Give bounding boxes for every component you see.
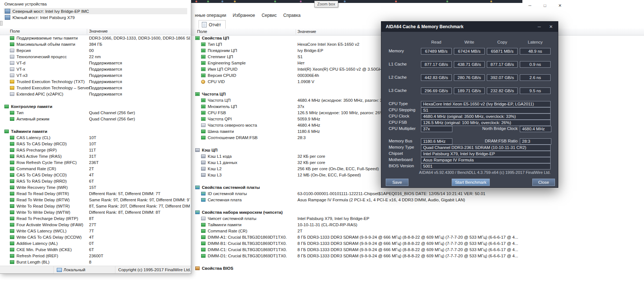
row-label: DIMM-A1: Crucial BLT8G3D1869DT1TX0. — [208, 234, 287, 240]
dialog-minimize-icon[interactable]: ─ — [534, 23, 544, 30]
table-row[interactable] — [191, 203, 644, 209]
device-item[interactable]: Северный мост: Intel Ivy Bridge-EP IMC — [4, 8, 187, 14]
dialog-version-footer: AIDA64 v5.92.4300 / BenchDLL 4.3.759-x64… — [419, 170, 551, 175]
table-row[interactable] — [191, 259, 644, 265]
table-row[interactable] — [0, 122, 191, 128]
save-button[interactable]: Save — [386, 179, 408, 186]
row-value: 27T — [89, 222, 190, 228]
table-row[interactable]: Write CAS Latency (tWCL) 7T — [0, 228, 191, 234]
column-field: Поле — [197, 29, 207, 34]
row-value: Asus Rampage IV Formula (2 PCI-E x1, 4 P… — [297, 197, 643, 203]
table-row[interactable]: Свойства BIOS — [191, 265, 644, 272]
benchmark-column-headers: Read Write Copy Latency — [381, 40, 558, 45]
table-row[interactable]: CAS To CAS Delay (tCCD) 4T — [0, 172, 191, 178]
table-row[interactable]: Write To Write Delay (tWTW) Different Ra… — [0, 209, 191, 216]
info-field-row: CPU Type HexaCore Intel Xeon E5-1650 v2 … — [381, 101, 558, 107]
table-row[interactable]: Тип Quad Channel (256 бит) — [0, 110, 191, 116]
menu-item[interactable]: Справка — [280, 11, 304, 20]
table-row[interactable]: Максимальный объём памяти 384 ГБ — [0, 41, 191, 48]
table-row[interactable]: Write Recovery Time (tWR) 15T — [0, 184, 191, 191]
status-segment-network: Локальный — [54, 266, 115, 273]
benchmark-row-label: L3 Cache — [389, 88, 407, 93]
table-row[interactable]: Read To Precharge Delay (tRTP) 8T — [0, 216, 191, 222]
table-row[interactable]: Версия 00 — [0, 48, 191, 54]
row-value: Same Rank: 9T, Different Rank: 9T, Diffe… — [89, 197, 190, 203]
table-row[interactable]: Активный режим Quad Channel (256 бит) — [0, 116, 191, 122]
row-value: Quad Channel (256 бит) — [89, 116, 190, 122]
table-row[interactable]: DIMM-A1: Crucial BLT8G3D1869DT1TX0. 8 ГБ… — [191, 234, 644, 240]
row-label: Шина памяти — [208, 128, 234, 135]
table-row[interactable]: Additive Latency (tAL) 0T — [0, 240, 191, 247]
table-row[interactable]: Свойства набора микросхем (чипсета) — [191, 209, 644, 216]
row-value: 10-10-11-31 (CL-RCD-RP-RAS) — [297, 222, 643, 228]
minimize-icon[interactable]: ─ — [522, 1, 537, 10]
table-row[interactable]: Чипсет системной платы Intel Patsburg X7… — [191, 216, 644, 222]
table-row[interactable]: RAS To CAS Delay (tRCD) 10T — [0, 141, 191, 147]
table-row[interactable] — [0, 97, 191, 104]
row-icon — [10, 161, 14, 164]
table-row[interactable]: Trusted Execution Technology (TXT) Подде… — [0, 79, 191, 85]
table-row[interactable]: RAS Active Time (tRAS) 31T — [0, 153, 191, 160]
table-row[interactable]: Command Rate (CR) 2T — [0, 166, 191, 172]
table-row[interactable]: DIMM-C1: Crucial BLT8G3D1869DT1TX0. 8 ГБ… — [191, 247, 644, 253]
row-icon — [201, 242, 206, 245]
table-row[interactable]: Поддерживаемые типы памяти DDR3-1066, DD… — [0, 35, 191, 41]
table-row[interactable]: VT-x Поддерживается — [0, 66, 191, 72]
cache-memory-benchmark-dialog: AIDA64 Cache & Memory Benchmark ─ ✕ Read… — [381, 21, 558, 188]
cpu-multiplier-row: CPU Multiplier 37x North Bridge Clock 46… — [381, 126, 558, 132]
table-row[interactable]: RAS Precharge (tRP) 11T — [0, 147, 191, 153]
table-row[interactable]: CKE Min. Pulse Width (tCKE) 6T — [0, 247, 191, 253]
row-icon — [10, 179, 14, 183]
table-row[interactable]: Read To Read Delay (tRTR) Different Rank… — [0, 191, 191, 197]
device-item[interactable]: Южный мост: Intel Patsburg X79 — [4, 14, 187, 20]
table-row[interactable]: Read To Write Delay (tRTW) Same Rank: 9T… — [0, 197, 191, 203]
table-row[interactable]: DIMM-B1: Crucial BLT8G3D1869DT1TX0. 8 ГБ… — [191, 240, 644, 247]
row-icon — [201, 229, 206, 233]
table-row[interactable]: Контроллер памяти — [0, 104, 191, 110]
table-row[interactable]: ID системной платы 63-0100-000001-001011… — [191, 191, 644, 197]
table-row[interactable]: Тайминги памяти 10-10-11-31 (CL-RCD-RP-R… — [191, 222, 644, 228]
table-row[interactable]: Command Rate (CR) 2T — [191, 228, 644, 234]
menu-item[interactable]: Сервис — [258, 11, 280, 20]
menu-item[interactable]: нные операции — [192, 11, 229, 20]
row-label: Частота северного моста — [208, 122, 257, 128]
start-benchmark-button[interactable]: Start Benchmark — [452, 179, 490, 186]
dialog-close-icon[interactable]: ✕ — [546, 23, 556, 30]
table-row[interactable]: Системная плата Asus Rampage IV Formula … — [191, 197, 644, 203]
row-icon — [10, 204, 14, 208]
row-icon — [201, 248, 206, 251]
benchmark-row: L2 Cache 442.83 GB/s 280.76 GB/s 392.07 … — [381, 73, 558, 86]
table-row[interactable]: Trusted Execution Technology – Server...… — [0, 85, 191, 91]
table-row[interactable]: DIMM-D1: Crucial BLT8G3D1869DT1TX0. 8 ГБ… — [191, 253, 644, 259]
table-row[interactable]: Тайминги памяти — [0, 128, 191, 135]
computer-icon — [57, 268, 62, 272]
table-row[interactable]: RAS To RAS Delay (tRRD) 6T — [0, 178, 191, 184]
info-field-row: CPU Clock 4680.4 MHz (original: 3500 MHz… — [381, 113, 558, 120]
close-icon[interactable]: ✕ — [552, 1, 567, 10]
row-label: Engineering Sample — [208, 60, 246, 66]
table-row[interactable]: Технологический процесс 22 nm — [0, 54, 191, 60]
menu-item[interactable]: Избранное — [229, 11, 258, 20]
row-icon — [201, 173, 206, 177]
row-value: 6T — [89, 178, 190, 184]
table-row[interactable]: Burst Length (BL) 8 — [0, 259, 191, 265]
table-row[interactable]: VT-x3 Поддерживается — [0, 72, 191, 79]
maximize-icon[interactable]: □ — [537, 1, 552, 10]
row-icon — [201, 80, 205, 84]
close-button[interactable]: Close — [532, 179, 555, 186]
table-row[interactable]: Row Refresh Cycle Time (tRFC) 236T — [0, 160, 191, 166]
row-label: Write Recovery Time (tWR) — [16, 184, 68, 191]
copy-value: 65871 MB/s — [487, 48, 518, 55]
table-row[interactable]: Four Activate Window Delay (tFAW) 27T — [0, 222, 191, 228]
row-label: VT-x — [16, 66, 25, 72]
table-row[interactable]: Extended APIC (x2APIC) Поддерживается — [0, 91, 191, 97]
row-value: 11T — [89, 147, 190, 153]
splitter-handle[interactable] — [0, 21, 3, 26]
table-row[interactable]: CAS Latency (CL) 10T — [0, 135, 191, 141]
table-row[interactable]: Write CAS To CAS Delay (tCCDW) 4T — [0, 234, 191, 240]
table-row[interactable]: VT-d Поддерживается — [0, 60, 191, 66]
table-row[interactable]: Write To Read Delay (tWTR) 8T, Same Rank… — [0, 203, 191, 209]
table-row[interactable]: Refresh Period (tREF) 23600T — [0, 253, 191, 259]
row-value: 22 nm — [89, 54, 190, 60]
tab-report[interactable]: Отчёт — [199, 20, 226, 29]
